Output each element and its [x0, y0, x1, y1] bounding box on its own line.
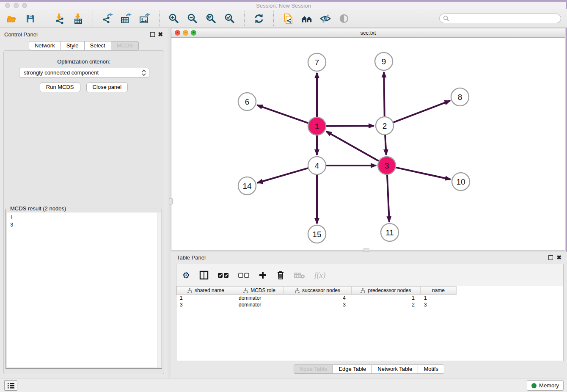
close-table-panel-icon[interactable]: ✖ — [556, 254, 561, 261]
open-folder-icon[interactable] — [6, 13, 18, 25]
close-window-button[interactable] — [5, 3, 10, 8]
control-panel-title: Control Panel — [4, 31, 38, 38]
graph-node-label: 14 — [242, 182, 252, 190]
float-panel-icon[interactable] — [150, 32, 155, 37]
tab-edge-table[interactable]: Edge Table — [333, 364, 372, 374]
tab-motifs[interactable]: Motifs — [418, 364, 444, 374]
import-network-icon[interactable] — [54, 13, 66, 25]
list-icon — [7, 382, 15, 389]
deselect-all-columns-icon[interactable] — [238, 270, 249, 281]
column-header-predecessor-nodes[interactable]: predecessor nodes — [352, 286, 421, 295]
hierarchy-icon — [187, 288, 192, 293]
graph-edge-3-11[interactable] — [387, 175, 389, 222]
mcds-result-list[interactable]: 1 3 — [7, 213, 161, 367]
export-image-icon[interactable] — [139, 13, 151, 25]
cell-mcds-role: dominator — [235, 295, 284, 301]
minimize-network-button[interactable]: − — [183, 30, 188, 36]
graph-edge-2-3[interactable] — [385, 135, 386, 155]
node-table: shared name MCDS role successor nodes pr… — [176, 286, 563, 308]
memory-button[interactable]: Memory — [527, 380, 564, 391]
memory-status-dot-icon — [531, 383, 537, 388]
search-input[interactable] — [449, 14, 561, 22]
tab-select[interactable]: Select — [84, 41, 111, 50]
maximize-network-button[interactable]: + — [191, 30, 196, 36]
toolbar-separator — [45, 11, 45, 26]
minimize-window-button[interactable] — [14, 3, 19, 8]
network-canvas[interactable]: 7968124314101511 — [171, 38, 565, 250]
show-hidden-eye-icon[interactable] — [338, 13, 350, 25]
column-header-successor-nodes[interactable]: successor nodes — [284, 286, 352, 295]
toolbar-separator — [93, 11, 93, 26]
delete-column-trash-icon[interactable] — [276, 270, 285, 281]
graph-edge-4-14[interactable] — [257, 168, 308, 183]
graph-edge-1-2[interactable] — [326, 126, 374, 126]
node-table-container: ⚙ f(x) sh — [176, 264, 564, 361]
graph-edge-3-1[interactable] — [326, 131, 379, 161]
hierarchy-icon — [361, 288, 365, 293]
export-network-icon[interactable] — [102, 13, 113, 25]
column-header-mcds-role[interactable]: MCDS role — [235, 286, 284, 295]
app-titlebar: Session: New Session — [0, 2, 567, 9]
close-panel-button[interactable]: Close panel — [86, 82, 128, 92]
tab-node-table[interactable]: Node Table — [294, 364, 333, 374]
duplicate-network-icon[interactable] — [282, 13, 294, 25]
splitter-handle-vertical[interactable] — [169, 198, 173, 204]
close-panel-icon[interactable]: ✖ — [158, 31, 163, 38]
tab-style[interactable]: Style — [61, 41, 85, 50]
table-row[interactable]: 1 dominator 4 1 1 — [176, 295, 563, 301]
graph-node-label: 11 — [385, 228, 394, 237]
cell-name: 1 — [421, 295, 457, 301]
graph-edge-1-6[interactable] — [257, 105, 308, 123]
mcds-result-line: 1 — [10, 214, 13, 221]
task-history-button[interactable] — [4, 380, 17, 391]
app-traffic-lights[interactable] — [5, 3, 27, 8]
network-window-traffic-lights[interactable]: × − + — [175, 30, 196, 36]
column-header-name[interactable]: name — [421, 286, 457, 295]
mcds-result-title: MCDS result (2 nodes) — [8, 205, 68, 212]
result-scrollbar[interactable] — [157, 213, 161, 367]
table-settings-gear-icon[interactable]: ⚙ — [182, 270, 190, 281]
tab-mcds[interactable]: MCDS — [111, 41, 139, 50]
graph-node-label: 2 — [383, 121, 387, 130]
optimization-criterion-select[interactable]: strongly connected component — [19, 68, 149, 77]
refresh-icon[interactable] — [253, 13, 265, 25]
tab-network[interactable]: Network — [29, 41, 61, 50]
zoom-in-icon[interactable] — [168, 13, 180, 25]
import-table-icon[interactable] — [72, 13, 84, 25]
run-mcds-button[interactable]: Run MCDS — [40, 82, 80, 92]
column-label: name — [432, 287, 445, 293]
first-neighbors-icon[interactable] — [301, 13, 313, 25]
tab-network-table[interactable]: Network Table — [372, 364, 418, 374]
export-table-icon[interactable] — [120, 13, 132, 25]
zoom-fit-icon[interactable] — [205, 13, 217, 25]
splitter-handle-horizontal[interactable] — [363, 248, 369, 252]
network-window-titlebar: × − + scc.txt — [171, 28, 565, 38]
select-all-columns-icon[interactable] — [218, 270, 229, 281]
mcds-result-line: 3 — [10, 221, 13, 228]
graph-node-label: 8 — [458, 93, 462, 102]
toolbar-separator — [244, 11, 245, 26]
close-network-button[interactable]: × — [175, 30, 180, 36]
graph-node-label: 9 — [382, 57, 386, 66]
table-panel-tabs: Node Table Edge Table Network Table Moti… — [171, 364, 567, 374]
split-columns-icon[interactable] — [199, 270, 209, 281]
graph-edge-3-10[interactable] — [396, 168, 450, 179]
dropdown-selected-value: strongly connected component — [24, 69, 141, 76]
graph-edge-2-9[interactable] — [384, 72, 384, 116]
float-table-panel-icon[interactable] — [548, 255, 553, 260]
save-icon[interactable] — [25, 13, 36, 25]
zoom-selected-icon[interactable] — [224, 13, 236, 25]
cell-predecessor-nodes: 1 — [352, 295, 421, 301]
zoom-out-icon[interactable] — [187, 13, 198, 25]
add-column-icon[interactable] — [259, 270, 267, 281]
cell-shared-name: 1 — [176, 295, 235, 301]
graph-edge-2-8[interactable] — [394, 101, 450, 122]
column-label: successor nodes — [302, 287, 340, 293]
maximize-window-button[interactable] — [22, 3, 27, 8]
table-panel-header: Table Panel ✖ — [171, 254, 567, 262]
control-panel-header: Control Panel ✖ — [0, 30, 168, 39]
hide-selected-eye-icon[interactable] — [319, 13, 331, 25]
network-graph[interactable]: 7968124314101511 — [171, 38, 565, 250]
column-header-shared-name[interactable]: shared name — [176, 286, 235, 295]
table-row[interactable]: 3 dominator 3 2 3 — [176, 301, 563, 308]
